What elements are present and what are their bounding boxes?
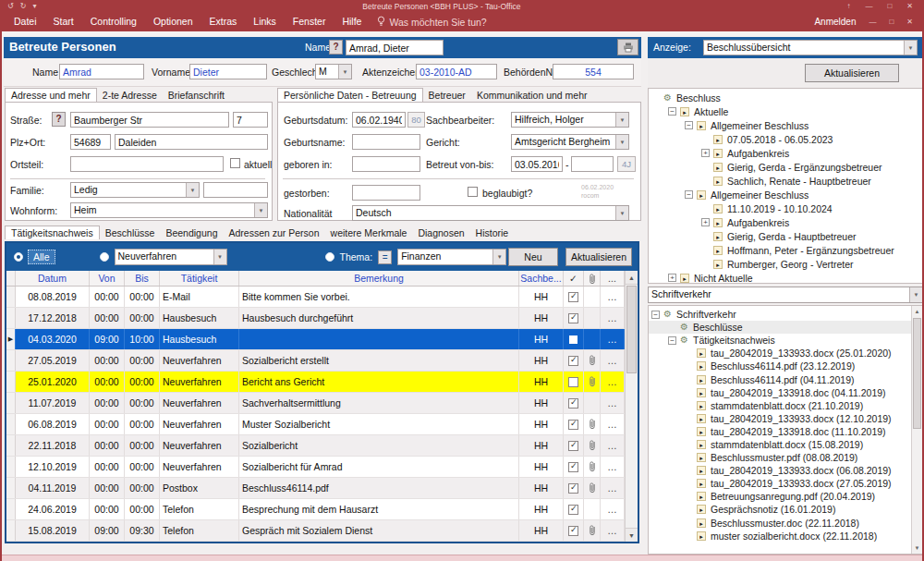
activity-tab[interactable]: Historie (470, 226, 515, 239)
sachbearbeiter-cell[interactable]: HH (519, 393, 564, 413)
sachbearbeiter-select[interactable]: Hilfreich, Holger (511, 112, 629, 128)
von-cell[interactable]: 00:00 (90, 435, 125, 456)
row-checkbox[interactable] (568, 398, 578, 409)
behoerdennr-field[interactable] (553, 64, 634, 79)
row-selector-cell[interactable]: ▶ (6, 457, 16, 477)
check-cell[interactable] (564, 499, 584, 519)
table-row[interactable]: ▶ 06.08.2019 00:00 00:00 Neuverfahren Mu… (6, 414, 625, 435)
datum-cell[interactable]: 11.07.2019 (16, 393, 90, 413)
menu-item[interactable]: Controlling (82, 12, 145, 31)
row-checkbox[interactable] (568, 462, 578, 472)
familie-zusatz-field[interactable] (203, 182, 268, 198)
check-cell[interactable] (564, 457, 584, 477)
row-more-button[interactable]: … (601, 308, 625, 328)
bemerkung-cell[interactable]: Bitte kommen Sie vorbei. (239, 287, 519, 307)
von-cell[interactable]: 00:00 (90, 457, 125, 477)
dropdown-arrow-icon[interactable] (338, 65, 351, 79)
check-cell[interactable] (564, 329, 584, 349)
personal-tab[interactable]: Persönliche Daten - Betreuung (277, 88, 423, 102)
von-cell[interactable]: 09:00 (90, 520, 125, 541)
tree-item[interactable]: + ▸ Aufgabenkreis (649, 215, 922, 229)
name-field[interactable] (59, 64, 144, 79)
geboren-in-field[interactable] (352, 156, 420, 172)
row-selector-cell[interactable]: ▶ (6, 350, 16, 371)
check-cell[interactable] (564, 393, 584, 413)
row-more-button[interactable]: … (601, 414, 625, 434)
tree-expander-icon[interactable]: + (701, 218, 710, 226)
tree-item[interactable]: ▸ Sachlich, Renate - Hauptbetreuer (649, 174, 922, 188)
bis-cell[interactable]: 00:00 (125, 435, 160, 456)
taetigkeit-cell[interactable]: Neuverfahren (160, 414, 239, 434)
row-checkbox[interactable] (568, 441, 578, 451)
tree-aktualisieren-button[interactable]: Aktualisieren (805, 64, 899, 82)
bemerkung-cell[interactable]: Sozialbericht erstellt (239, 350, 519, 371)
alle-label[interactable]: Alle (28, 250, 55, 264)
tree-item[interactable]: − ▸ Allgemeiner Beschluss (649, 118, 922, 132)
taetigkeit-cell[interactable]: Telefon (160, 499, 239, 519)
table-row[interactable]: ▶ 04.03.2020 09:00 10:00 Hausbesuch HH … (6, 329, 625, 350)
redo-icon[interactable]: ↻ (20, 2, 27, 10)
sachbearbeiter-cell[interactable]: HH (519, 308, 564, 328)
row-selector-cell[interactable]: ▶ (6, 372, 16, 392)
datum-cell[interactable]: 22.11.2018 (16, 435, 90, 456)
address-tab[interactable]: 2-te Adresse (97, 89, 163, 102)
row-selector-cell[interactable]: ▶ (6, 287, 16, 307)
row-more-button[interactable]: … (601, 329, 625, 349)
tree-expander-icon[interactable]: − (685, 121, 693, 129)
table-row[interactable]: ▶ 22.11.2018 00:00 00:00 Neuverfahren So… (6, 435, 625, 457)
scroll-down-icon[interactable]: ▼ (912, 543, 922, 554)
geschlecht-select[interactable]: M (315, 64, 352, 79)
von-cell[interactable]: 00:00 (90, 414, 125, 434)
datum-cell[interactable]: 04.11.2019 (16, 478, 90, 498)
anzeige-select[interactable]: Beschlussübersicht (703, 40, 918, 55)
tree-item[interactable]: ▸ 07.05.2018 - 06.05.2023 (649, 132, 922, 146)
sachbearbeiter-cell[interactable]: HH (519, 457, 564, 477)
taetigkeit-cell[interactable]: Hausbesuch (160, 308, 239, 328)
check-cell[interactable] (564, 414, 584, 434)
datum-cell[interactable]: 15.08.2019 (16, 520, 90, 541)
dropdown-arrow-icon[interactable] (492, 250, 505, 264)
schriftverkehr-select[interactable]: Schriftverkehr (648, 287, 923, 303)
tree-item[interactable]: − ▸ Allgemeiner Beschluss (649, 188, 922, 201)
row-selector-cell[interactable]: ▶ (6, 308, 16, 328)
tree-item[interactable]: ⚙ Beschlüsse (649, 321, 922, 334)
maximize-button[interactable]: □ (887, 2, 892, 10)
row-more-button[interactable]: … (601, 499, 625, 519)
datum-column-header[interactable]: Datum (16, 271, 90, 286)
tree-expander-icon[interactable]: − (685, 190, 693, 199)
check-cell[interactable] (564, 435, 584, 456)
aktenzeichen-field[interactable] (416, 64, 497, 79)
menu-item[interactable]: Datei (6, 12, 45, 31)
row-selector-cell[interactable]: ▶ (6, 520, 16, 541)
menu-item[interactable]: Links (245, 12, 285, 31)
strasse-help-button[interactable]: ? (52, 112, 66, 127)
sachbearbeiter-cell[interactable]: HH (519, 287, 564, 307)
row-more-button[interactable]: … (601, 478, 625, 498)
plz-field[interactable] (70, 134, 111, 150)
personal-tab[interactable]: Betreuer (423, 89, 471, 102)
thema-select[interactable]: Finanzen (397, 249, 506, 265)
bis-cell[interactable]: 00:00 (125, 414, 160, 434)
betreut-von-field[interactable] (511, 156, 563, 172)
check-cell[interactable] (564, 350, 584, 371)
menu-item[interactable]: Start (45, 12, 82, 31)
tree-item[interactable]: − ⚙ Tätigkeitsnachweis (649, 334, 922, 347)
check-cell[interactable] (564, 308, 584, 328)
check-cell[interactable] (564, 478, 584, 498)
verfahren-radio[interactable] (100, 252, 109, 262)
tree-item[interactable]: + ▸ Nicht Aktuelle (649, 271, 922, 284)
von-cell[interactable]: 00:00 (90, 350, 125, 371)
bis-cell[interactable]: 00:00 (125, 393, 160, 413)
restore-icon[interactable]: □ (889, 18, 894, 26)
row-selector-cell[interactable]: ▶ (6, 435, 16, 456)
person-search-input[interactable] (346, 40, 444, 55)
menu-item[interactable]: Extras (201, 12, 246, 31)
betreut-bis-field[interactable] (571, 156, 614, 172)
ortsteil-field[interactable] (70, 156, 224, 172)
verfahren-select[interactable]: Neuverfahren (115, 249, 227, 265)
wohnform-select[interactable]: Heim (70, 202, 268, 218)
sachbearbeiter-cell[interactable]: HH (519, 414, 564, 434)
tree-item[interactable]: ▸ Beschluss46114.pdf (04.11.2019) (649, 372, 922, 385)
ribbon-collapse-icon[interactable]: — (869, 18, 876, 26)
dropdown-arrow-icon[interactable] (615, 135, 628, 149)
